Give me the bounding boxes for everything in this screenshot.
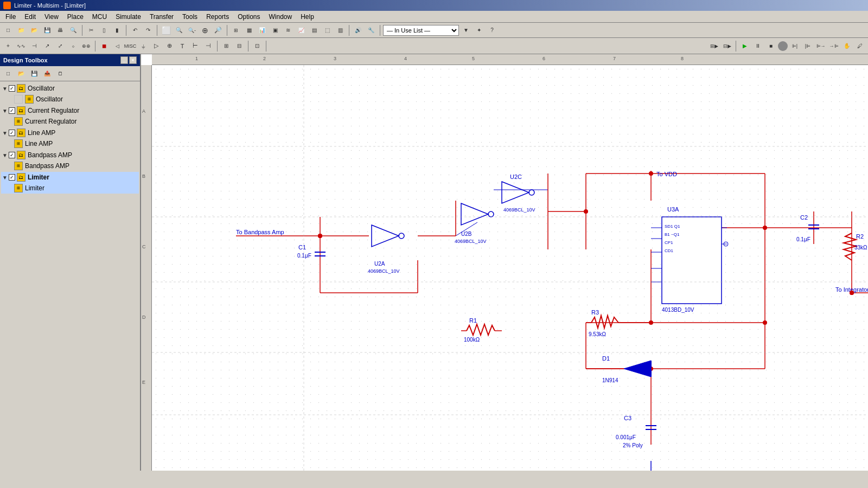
tree-expand-line-amp[interactable]: ▼ (2, 130, 8, 136)
place-component[interactable]: ↗ (41, 40, 53, 52)
place-wire[interactable]: ∿∿ (15, 40, 27, 52)
chart-btn[interactable]: 📈 (295, 24, 307, 36)
menu-help[interactable]: Help (296, 12, 318, 22)
menu-options[interactable]: Options (233, 12, 264, 22)
tree-child-oscillator[interactable]: ⊞ Oscillator (1, 94, 139, 105)
tree-check-limiter[interactable] (9, 174, 15, 181)
probe-btn[interactable]: 🔧 (365, 24, 377, 36)
place-bus[interactable]: ⊣ (28, 40, 40, 52)
help-button[interactable]: ? (486, 24, 498, 36)
menu-file[interactable]: File (1, 12, 20, 22)
redo-button[interactable]: ↷ (142, 24, 154, 36)
sim-probe-btn[interactable]: 🖊 (854, 40, 866, 52)
bus-entry[interactable]: ⊢ (189, 40, 201, 52)
sim-pause-button[interactable]: ⏸ (752, 40, 764, 52)
tree-expand-bandpass-amp[interactable]: ▼ (2, 152, 8, 158)
speaker-btn[interactable]: 🔊 (352, 24, 364, 36)
tree-expand-limiter[interactable]: ▼ (2, 175, 8, 181)
menu-reports[interactable]: Reports (202, 12, 233, 22)
toolbox-info-btn[interactable]: 🗒 (54, 68, 66, 80)
sim-stop-button[interactable]: ■ (765, 40, 777, 52)
menu-window[interactable]: Window (265, 12, 297, 22)
ground-btn[interactable]: ⏚ (137, 40, 149, 52)
toolbox-export-btn[interactable]: 📤 (41, 68, 53, 80)
sim-hand-btn[interactable]: ✋ (841, 40, 853, 52)
tree-parent-current-regulator[interactable]: ▼ 🗂 Current Regulator (1, 105, 139, 116)
tree-child-current-regulator[interactable]: ⊞ Current Regulator (1, 116, 139, 127)
place-schematic[interactable]: ⊕⊕ (80, 40, 92, 52)
connector[interactable]: ⊣ (202, 40, 214, 52)
menu-simulate[interactable]: Simulate (111, 12, 145, 22)
place-hierarchical[interactable]: ⤢ (54, 40, 66, 52)
schematic-canvas[interactable]: C1 0.1μF U2A 4069BCL_10V R1 100kΩ U2B 40… (152, 65, 868, 471)
component-list-select[interactable]: — In Use List — (383, 25, 459, 36)
toolbox-minimize-btn[interactable]: _ (120, 56, 128, 64)
zoom-full-button[interactable]: 🔎 (212, 24, 224, 36)
undo-button[interactable]: ↶ (129, 24, 141, 36)
vss-btn[interactable]: ⊕ (163, 40, 175, 52)
analysis-btn[interactable]: ▤ (308, 24, 320, 36)
menu-place[interactable]: Place (63, 12, 88, 22)
postprocessor-btn[interactable]: ▣ (269, 24, 281, 36)
menu-tools[interactable]: Tools (178, 12, 202, 22)
schematic-area[interactable]: 1 2 3 4 5 6 7 8 A B C D E (141, 54, 868, 471)
print-button[interactable]: 🖶 (54, 24, 66, 36)
tree-parent-limiter[interactable]: ▼ 🗂 Limiter (1, 172, 139, 183)
cut-button[interactable]: ✂ (85, 24, 97, 36)
open2-button[interactable]: 📂 (28, 24, 40, 36)
save-button[interactable]: 💾 (41, 24, 53, 36)
tree-expand-oscillator[interactable]: ▼ (2, 86, 8, 92)
sim-control4[interactable]: →⊫ (828, 40, 840, 52)
sim-control3[interactable]: ⊫→ (815, 40, 827, 52)
tree-child-line-amp[interactable]: ⊞ Line AMP (1, 138, 139, 149)
place-bus2[interactable]: ⬦ (67, 40, 79, 52)
menu-view[interactable]: View (40, 12, 63, 22)
open-button[interactable]: 📁 (15, 24, 27, 36)
vcc-btn[interactable]: ▷ (150, 40, 162, 52)
toolbox-save-btn[interactable]: 💾 (28, 68, 40, 80)
menu-transfer[interactable]: Transfer (145, 12, 178, 22)
sim-control2[interactable]: |⊫ (802, 40, 814, 52)
tree-child-limiter[interactable]: ⊞ Limiter (1, 183, 139, 194)
check-btn[interactable]: ▥ (334, 24, 346, 36)
zoom-fit-button[interactable]: ⊕ (199, 24, 211, 36)
menu-mcu[interactable]: MCU (88, 12, 111, 22)
star-button[interactable]: ✦ (473, 24, 485, 36)
tree-child-bandpass-amp[interactable]: ⊞ Bandpass AMP (1, 160, 139, 171)
toolbox-open-btn[interactable]: 📂 (15, 68, 27, 80)
sim-control1[interactable]: ⊫| (789, 40, 801, 52)
tree-parent-bandpass-amp[interactable]: ▼ 🗂 Bandpass AMP (1, 150, 139, 160)
new-button[interactable]: □ (2, 24, 14, 36)
toolbox-close-btn[interactable]: × (129, 56, 137, 64)
tree-parent-oscillator[interactable]: ▼ 🗂 Oscillator (1, 83, 139, 94)
instruments-btn[interactable]: ≋ (282, 24, 294, 36)
sim-run-button[interactable]: ▶ (739, 40, 751, 52)
paste-button[interactable]: ▮ (111, 24, 123, 36)
dropdown-arrow[interactable]: ▼ (460, 24, 472, 36)
tree-check-bandpass-amp[interactable] (9, 152, 15, 158)
grid-btn[interactable]: ⊟ (233, 40, 245, 52)
tree-check-current-regulator[interactable] (9, 107, 15, 114)
toolbox-new-btn[interactable]: □ (2, 68, 14, 80)
grapher-btn[interactable]: 📊 (256, 24, 268, 36)
print-preview-button[interactable]: 🔍 (67, 24, 79, 36)
voltmeter-btn[interactable]: ◁ (111, 40, 123, 52)
copy-button[interactable]: ▯ (98, 24, 110, 36)
tree-check-line-amp[interactable] (9, 130, 15, 136)
tree-expand-current-regulator[interactable]: ▼ (2, 108, 8, 114)
tree-check-oscillator[interactable] (9, 85, 15, 92)
misc-btn[interactable]: MISC (124, 40, 136, 52)
oscilloscope-btn[interactable]: ◼ (98, 40, 110, 52)
menu-edit[interactable]: Edit (20, 12, 40, 22)
zoom-out-button[interactable]: 🔍- (186, 24, 198, 36)
zoom-in-button[interactable]: 🔍 (173, 24, 185, 36)
zoom-area-button[interactable]: ⬜ (160, 24, 172, 36)
place-text[interactable]: T (176, 40, 188, 52)
spreadsheet-btn[interactable]: ▦ (243, 24, 255, 36)
table-btn[interactable]: ⊞ (220, 40, 232, 52)
tree-parent-line-amp[interactable]: ▼ 🗂 Line AMP (1, 127, 139, 138)
drc-btn[interactable]: ⬚ (321, 24, 333, 36)
place-junction[interactable]: + (2, 40, 14, 52)
sim-setup-btn[interactable]: ⊞▶ (708, 40, 720, 52)
component-list-btn[interactable]: ⊞ (230, 24, 242, 36)
